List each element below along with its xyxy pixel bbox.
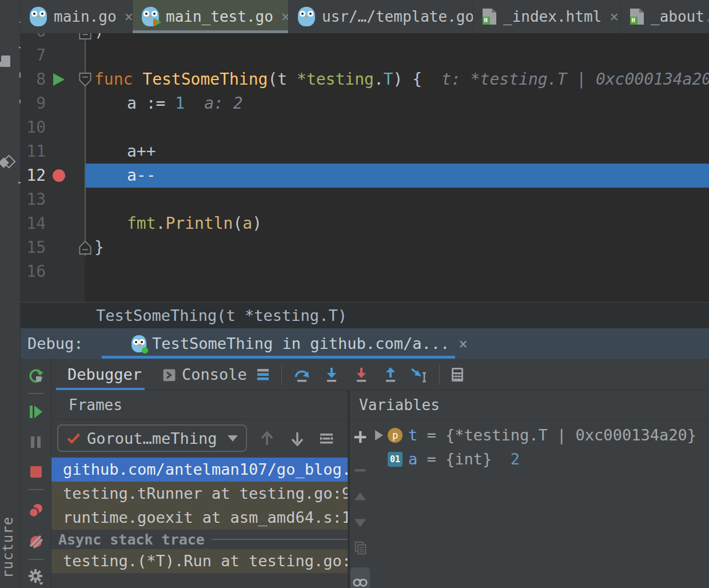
stripe-button-structure[interactable]: ructure <box>0 493 21 588</box>
breakpoint-icon[interactable] <box>53 169 65 182</box>
add-watch-button[interactable] <box>352 429 368 445</box>
editor-tab-usrtemplate.go[interactable]: usr/…/template.go× <box>289 0 473 33</box>
line-number[interactable]: 11 <box>21 140 46 164</box>
stripe-button-project[interactable]: 1: Project <box>0 8 21 114</box>
frames-panel-title: Frames <box>51 390 348 420</box>
pause-icon <box>27 434 45 451</box>
remove-watch-button[interactable] <box>352 462 368 478</box>
expand-arrow-icon[interactable] <box>375 430 383 440</box>
tab-label: _about. <box>651 8 709 25</box>
step-over-button[interactable] <box>293 366 310 383</box>
code-line-10[interactable]: 10 <box>21 116 709 140</box>
go-gopher-icon <box>30 7 47 26</box>
view-breakpoints-button[interactable] <box>27 502 45 519</box>
inline-debug-hint: t: *testing.T | 0xc000134a20 <box>441 70 709 89</box>
variables-panel-title: Variables <box>350 390 709 420</box>
code-line-7[interactable]: 7 <box>21 43 709 67</box>
evaluate-expression-icon <box>449 366 466 383</box>
debug-session-tab[interactable]: TestSomeThing in github.com/a...× <box>102 328 455 359</box>
frame-up-button[interactable] <box>258 430 276 447</box>
tab-close-icon[interactable]: × <box>610 9 619 24</box>
code-line-6[interactable]: 6) <box>21 33 709 43</box>
run-test-gutter-icon[interactable] <box>53 73 65 86</box>
line-number[interactable]: 13 <box>21 188 46 212</box>
code-editor[interactable]: 6)78func TestSomeThing(t *testing.T) {t:… <box>21 33 709 302</box>
add-watch-icon <box>352 429 368 445</box>
tab-console[interactable] <box>162 367 177 382</box>
stack-frame-row[interactable]: github.com/antelman107/go_blog. <box>51 458 348 482</box>
tab-close-icon[interactable]: × <box>125 9 133 24</box>
editor-tab-main.go[interactable]: main.go× <box>21 0 133 33</box>
duplicate-button[interactable] <box>352 540 368 556</box>
editor-tab-_index.html[interactable]: H_index.html× <box>473 0 621 33</box>
show-execution-point-icon <box>254 366 272 383</box>
code-line-14[interactable]: 14fmt.Println(a) <box>21 212 709 236</box>
line-number[interactable]: 8 <box>21 67 46 92</box>
evaluate-expression-button[interactable] <box>449 366 466 383</box>
step-out-button[interactable] <box>382 366 399 383</box>
debug-tab-close-icon[interactable]: × <box>459 335 468 352</box>
resume-button[interactable] <box>27 403 45 420</box>
stack-frame-row[interactable]: testing.(*T).Run at testing.go: <box>51 549 348 573</box>
goroutine-check-icon <box>66 431 81 446</box>
variable-row-a[interactable]: 01a = {int} 2 <box>371 447 709 471</box>
stack-frame-row[interactable]: runtime.goexit at asm_amd64.s:1 <box>51 506 348 530</box>
line-number[interactable]: 15 <box>21 236 46 260</box>
stop-icon <box>27 463 45 480</box>
line-number[interactable]: 6 <box>21 33 46 43</box>
stop-button[interactable] <box>27 463 45 480</box>
stack-frame-row[interactable]: testing.tRunner at testing.go:9 <box>51 482 348 506</box>
goroutine-selector-dropdown[interactable]: Gorout…meThing <box>57 424 247 452</box>
variable-name: t <box>408 423 417 447</box>
code-text: ) <box>94 33 104 43</box>
code-line-16[interactable]: 16 <box>21 260 709 284</box>
line-number[interactable]: 14 <box>21 212 46 236</box>
move-down-button[interactable] <box>352 515 368 531</box>
fold-marker-icon[interactable] <box>78 33 93 40</box>
variable-row-t[interactable]: pt = {*testing.T | 0xc000134a20} <box>371 423 709 447</box>
tab-debugger[interactable]: Debugger <box>67 359 142 390</box>
tab-close-icon[interactable]: × <box>281 9 289 24</box>
pointer-type-icon: p <box>388 428 403 443</box>
variable-value: 2 <box>501 447 520 471</box>
line-number[interactable]: 16 <box>21 260 46 284</box>
code-line-11[interactable]: 11a++ <box>21 140 709 164</box>
hide-frames-button[interactable] <box>318 430 335 447</box>
force-step-into-button[interactable] <box>353 366 370 383</box>
code-line-8[interactable]: 8func TestSomeThing(t *testing.T) {t: *t… <box>21 67 709 92</box>
show-watches-button[interactable] <box>350 567 370 588</box>
line-number[interactable]: 12 <box>21 164 46 188</box>
settings-button[interactable] <box>27 568 45 585</box>
debug-side-toolbar <box>21 359 51 588</box>
variables-tree: pt = {*testing.T | 0xc000134a20}01a = {i… <box>371 420 709 588</box>
editor-tab-main_test.go[interactable]: main_test.go× <box>133 0 289 33</box>
line-number[interactable]: 9 <box>21 92 46 116</box>
tab-console-label[interactable]: Console <box>182 359 247 390</box>
show-execution-point-button[interactable] <box>254 366 272 383</box>
debug-panel: Debugger Console <box>21 359 709 588</box>
rerun-button[interactable] <box>27 368 45 385</box>
move-up-button[interactable] <box>352 488 368 504</box>
mute-breakpoints-button[interactable] <box>27 533 45 550</box>
line-number[interactable]: 7 <box>21 43 46 67</box>
stripe-button-learn[interactable]: Learn <box>0 129 21 196</box>
code-line-12[interactable]: 12a-- <box>21 164 709 188</box>
hide-frames-icon <box>318 430 335 447</box>
force-step-into-icon <box>353 366 370 383</box>
editor-tab-_about.[interactable]: H_about. <box>621 0 709 33</box>
code-line-9[interactable]: 9a := 1a: 2 <box>21 92 709 116</box>
code-line-15[interactable]: 15} <box>21 236 709 260</box>
frame-down-button[interactable] <box>289 430 306 447</box>
go-gopher-run-icon <box>142 7 159 26</box>
code-line-13[interactable]: 13 <box>21 188 709 212</box>
step-into-button[interactable] <box>323 366 340 383</box>
fold-marker-icon[interactable] <box>78 240 93 255</box>
tool-window-stripe: 1: ProjectLearnructure <box>0 0 21 588</box>
inline-debug-hint: a: 2 <box>204 94 242 113</box>
run-to-cursor-button[interactable] <box>410 366 427 383</box>
fold-marker-icon[interactable] <box>78 72 93 87</box>
line-number[interactable]: 10 <box>21 116 46 140</box>
separator-rule <box>212 539 348 540</box>
pause-button[interactable] <box>27 434 45 451</box>
context-method-signature: TestSomeThing(t *testing.T) <box>96 307 347 324</box>
